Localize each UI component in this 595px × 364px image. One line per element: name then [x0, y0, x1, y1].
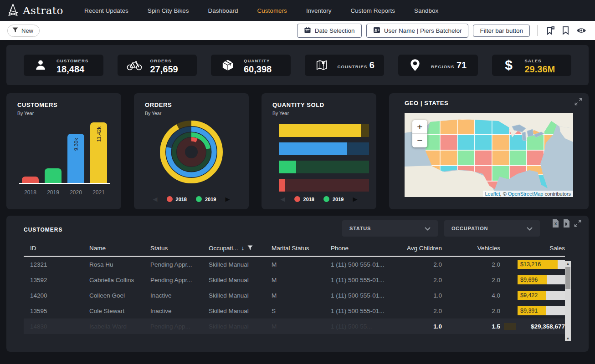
- ghost-cell-status: Pending App...: [144, 323, 202, 330]
- nav-item-customers[interactable]: Customers: [257, 7, 287, 14]
- column-filter-icon[interactable]: [247, 245, 253, 252]
- legend-item-2018[interactable]: 2018: [167, 196, 187, 202]
- hbar-2018[interactable]: [279, 179, 369, 192]
- legend-item-2019[interactable]: 2019: [323, 196, 344, 202]
- nav-item-inventory[interactable]: Inventory: [306, 7, 332, 14]
- scroll-down-icon[interactable]: ▼: [565, 337, 571, 341]
- openstreetmap-link[interactable]: OpenStreetMap: [508, 191, 544, 197]
- legend-label: 2019: [205, 197, 216, 202]
- hbar-2020[interactable]: [279, 142, 369, 155]
- status-filter-select[interactable]: STATUS: [342, 220, 438, 237]
- hbar-2021[interactable]: [279, 124, 369, 137]
- hbar-fill: [279, 142, 347, 155]
- col-header-marital-status[interactable]: Marital Status: [265, 245, 324, 252]
- table-scrollbar[interactable]: ▲ ▼: [565, 261, 571, 341]
- bar-value-label: 9.30k: [73, 138, 79, 151]
- nav-item-recent-updates[interactable]: Recent Updates: [84, 7, 128, 14]
- sales-value: $9,422: [520, 291, 538, 300]
- date-selection-label: Date Selection: [315, 27, 355, 34]
- hbar-2019[interactable]: [279, 161, 369, 173]
- table-row[interactable]: 12321 Rosa Hu Pending Appr... Skilled Ma…: [24, 257, 565, 272]
- cell-marital: M: [265, 277, 324, 283]
- kpi-sales: $ SALES 29.36M: [492, 55, 572, 76]
- bookmark-add-icon[interactable]: [545, 26, 556, 35]
- bar-2019[interactable]: [45, 168, 62, 183]
- legend-prev-icon[interactable]: ◀: [153, 196, 158, 202]
- nav-item-sandbox[interactable]: Sandbox: [414, 7, 438, 14]
- date-selection-button[interactable]: Date Selection: [297, 24, 362, 38]
- bar-2018[interactable]: [22, 177, 39, 183]
- col-header-sales[interactable]: Sales: [500, 245, 565, 252]
- table-row[interactable]: 14200 Colleen Goel Inactive Skilled Manu…: [24, 288, 565, 303]
- export-data-icon[interactable]: [563, 219, 570, 229]
- bar-2021[interactable]: 11.42k: [90, 122, 107, 183]
- col-header-status[interactable]: Status: [144, 245, 202, 252]
- select-label: OCCUPATION: [451, 226, 488, 231]
- legend-prev-icon[interactable]: ◀: [281, 196, 285, 202]
- table-header-row: ID Name Status Occupati... ↓ Marital Sta…: [24, 245, 565, 257]
- cell-marital: M: [265, 292, 324, 299]
- cell-vehicles: 4.0: [442, 292, 500, 299]
- nav-item-dashboard[interactable]: Dashboard: [208, 7, 238, 14]
- x-tick: 2019: [45, 189, 62, 196]
- scroll-up-icon[interactable]: ▲: [565, 262, 571, 266]
- x-tick: 2018: [22, 189, 39, 196]
- zoom-out-button[interactable]: −: [412, 134, 427, 147]
- cell-vehicles: 2.0: [442, 308, 500, 314]
- leaflet-link[interactable]: Leaflet: [485, 191, 500, 197]
- col-header-phone[interactable]: Phone: [324, 245, 396, 252]
- chart-subtitle: By Year: [145, 111, 249, 116]
- kpi-label: REGIONS: [431, 64, 455, 69]
- col-header-vehicles[interactable]: Vehicles: [442, 245, 500, 252]
- occupation-filter-select[interactable]: OCCUPATION: [444, 220, 540, 237]
- ghost-sales-bar: [504, 323, 516, 330]
- table-row[interactable]: 13592 Gabriella Collins Pending Appr... …: [24, 272, 565, 288]
- expand-table-icon[interactable]: [574, 220, 581, 229]
- legend-item-2018[interactable]: 2018: [294, 196, 314, 202]
- table-row[interactable]: 13595 Cole Stewart Inactive Skilled Manu…: [24, 303, 565, 318]
- sales-value: $9,391: [520, 306, 538, 315]
- bar-2020[interactable]: 9.30k: [67, 134, 84, 183]
- sales-data-bar: $9,696: [518, 275, 565, 284]
- cell-id: 13592: [24, 277, 83, 283]
- bicycle-icon: [127, 60, 142, 71]
- cell-name: Gabriella Collins: [83, 277, 144, 283]
- new-filter-button[interactable]: New: [7, 25, 40, 37]
- filter-bar-label: Filter bar button: [480, 27, 523, 34]
- charts-row: CUSTOMERS By Year 9.30k 11.42k 2018 2019…: [6, 93, 589, 209]
- cell-status: Inactive: [144, 292, 202, 299]
- eye-icon[interactable]: [575, 27, 588, 34]
- kpi-label: QUANTITY: [244, 58, 270, 63]
- col-header-avg-children[interactable]: Avg Children: [396, 245, 442, 252]
- kpi-label: CUSTOMERS: [56, 58, 88, 63]
- attribution-text: contributors: [543, 191, 571, 197]
- cell-name: Cole Stewart: [83, 308, 144, 314]
- col-header-name[interactable]: Name: [83, 245, 144, 252]
- ghost-cell-occupation: Skilled Manual: [202, 323, 265, 330]
- bookmark-icon[interactable]: [561, 26, 570, 35]
- legend-next-icon[interactable]: ▶: [225, 196, 230, 202]
- attribution-text: , ©: [500, 191, 508, 197]
- legend-item-2019[interactable]: 2019: [196, 196, 216, 202]
- nav-item-custom-reports[interactable]: Custom Reports: [350, 7, 395, 14]
- scrollbar-thumb[interactable]: [565, 267, 570, 289]
- sales-value: $13,216: [520, 260, 541, 269]
- col-header-id[interactable]: ID: [24, 245, 83, 252]
- brand[interactable]: Astrato: [7, 3, 63, 18]
- dollar-icon: $: [501, 58, 517, 72]
- cell-marital: S: [265, 308, 324, 314]
- col-header-occupation[interactable]: Occupati... ↓: [202, 245, 265, 252]
- user-name-button[interactable]: User Name | Piers Batchelor: [366, 24, 469, 38]
- person-icon: [33, 59, 48, 71]
- legend-dot: [196, 196, 202, 202]
- kpi-orders: ORDERS 27,659: [118, 55, 197, 76]
- us-states-map[interactable]: + − Leaflet, © OpenStreetMap contributor…: [405, 113, 573, 197]
- filter-bar-button[interactable]: Filter bar button: [473, 25, 530, 37]
- sales-data-bar: $13,216: [518, 260, 565, 269]
- legend-next-icon[interactable]: ▶: [353, 196, 357, 202]
- expand-icon[interactable]: [574, 98, 582, 107]
- zoom-in-button[interactable]: +: [412, 120, 427, 134]
- nav-item-spin-city-bikes[interactable]: Spin City Bikes: [148, 7, 189, 14]
- export-excel-icon[interactable]: X: [552, 219, 559, 229]
- sort-descending-icon[interactable]: ↓: [241, 245, 245, 252]
